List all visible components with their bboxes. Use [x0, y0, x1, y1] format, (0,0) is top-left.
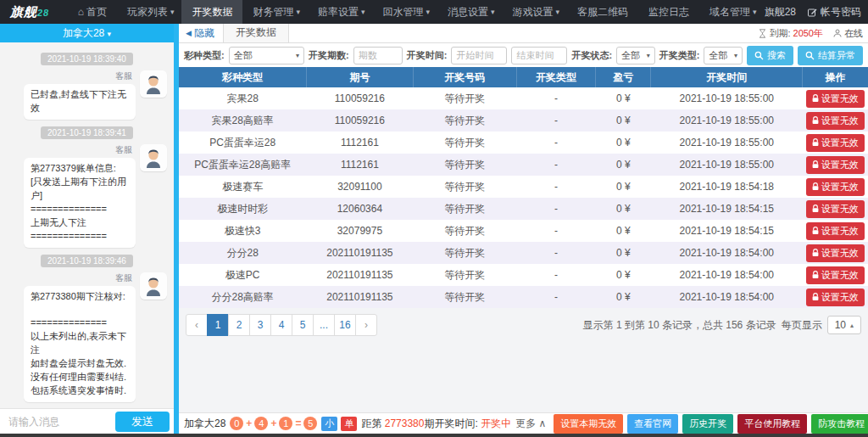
- page-size-select[interactable]: 10 ▴: [827, 316, 861, 334]
- records-summary: 显示第 1 到第 10 条记录，总共 156 条记录 每页显示 10 ▴: [583, 316, 861, 334]
- issue-input[interactable]: [353, 47, 403, 64]
- table-body: 宾果28 110059216 等待开奖 - 0 ¥ 2021-10-19 18:…: [179, 87, 868, 308]
- cell-profit: 0 ¥: [596, 264, 651, 286]
- nav-menu-item[interactable]: ⌂首页: [70, 0, 117, 24]
- nav-menu-item[interactable]: 开奖数据: [181, 0, 242, 24]
- cell-lottery-name: 宾果28高赔率: [179, 109, 306, 132]
- cell-draw-type: -: [516, 286, 595, 308]
- set-invalid-button[interactable]: 设置无效: [806, 134, 865, 152]
- cell-lottery-name: 极速快3: [179, 220, 306, 242]
- lottery-type-label: 彩种类型:: [184, 49, 225, 62]
- chat-sidebar: 加拿大28 ▾ 2021-10-19 18:39:40 客服 已封盘,封盘线下下…: [0, 24, 174, 434]
- set-invalid-button[interactable]: 设置无效: [806, 156, 865, 174]
- table-row: 极速时时彩 12060364 等待开奖 - 0 ¥ 2021-10-19 18:…: [179, 198, 868, 220]
- chevron-down-icon: ▾: [647, 52, 650, 59]
- message-input[interactable]: [0, 416, 115, 428]
- cell-profit: 0 ¥: [596, 220, 651, 242]
- cell-draw-code: 等待开奖: [413, 132, 516, 154]
- plus-sign: +: [246, 417, 252, 429]
- quick-action-button[interactable]: 设置本期无效: [554, 414, 623, 434]
- cell-draw-type: -: [516, 176, 595, 198]
- site-name-link[interactable]: 旗舰28: [765, 5, 796, 20]
- page-button[interactable]: ...: [313, 314, 335, 336]
- page-button[interactable]: 1: [207, 314, 229, 336]
- page-button[interactable]: 16: [334, 314, 356, 336]
- nav-menu-item[interactable]: 回水管理▾: [373, 0, 438, 24]
- lock-icon: [812, 271, 819, 279]
- search-button[interactable]: 搜索: [747, 46, 793, 65]
- hide-sidebar-button[interactable]: ◀ 隐藏: [179, 26, 223, 41]
- nav-menu-item[interactable]: 域名管理▾: [699, 0, 765, 24]
- quick-action-button[interactable]: 查看官网: [627, 414, 678, 434]
- nav-menu: ⌂首页 玩家列表▾ 开奖数据 财务管理▾ 赔率设置▾ 回水管理▾ 消息设置▾ 游…: [70, 0, 765, 24]
- cell-profit: 0 ¥: [596, 154, 651, 176]
- quick-action-button[interactable]: 历史开奖: [682, 414, 733, 434]
- cell-lottery-name: 分分28高赔率: [179, 286, 306, 308]
- issue-label: 开奖期数:: [309, 49, 349, 62]
- settlement-exception-button[interactable]: 结算异常: [798, 46, 863, 65]
- end-time-input[interactable]: [511, 47, 567, 64]
- nav-menu-item[interactable]: 赔率设置▾: [308, 0, 373, 24]
- top-navbar: 旗舰28 ⌂首页 玩家列表▾ 开奖数据 财务管理▾ 赔率设置▾ 回水管理▾ 消息…: [0, 0, 868, 24]
- nav-menu-item[interactable]: 财务管理▾: [242, 0, 308, 24]
- more-toggle[interactable]: 更多 ∧: [515, 417, 546, 431]
- set-invalid-button[interactable]: 设置无效: [806, 289, 865, 306]
- draw-number-ball: 1: [279, 417, 292, 430]
- start-time-input[interactable]: [451, 47, 507, 64]
- search-icon: [754, 51, 764, 60]
- online-indicator[interactable]: 在线: [833, 27, 863, 40]
- set-invalid-button[interactable]: 设置无效: [806, 178, 865, 196]
- tab-draw-data[interactable]: 开奖数据: [223, 24, 289, 42]
- nav-menu-item[interactable]: 玩家列表▾: [117, 0, 182, 24]
- search-icon: [805, 51, 815, 60]
- nav-menu-item[interactable]: 客服二维码: [567, 0, 638, 24]
- cell-draw-code: 等待开奖: [413, 109, 516, 132]
- cell-lottery-name: 极速PC: [179, 264, 306, 286]
- home-icon: ⌂: [78, 6, 84, 18]
- cell-draw-time: 2021-10-19 18:55:00: [651, 87, 803, 109]
- cell-draw-type: -: [516, 220, 595, 242]
- quick-action-button[interactable]: 平台使用教程: [737, 414, 807, 434]
- set-invalid-button[interactable]: 设置无效: [806, 112, 865, 130]
- nav-menu-item[interactable]: 游戏设置▾: [503, 0, 568, 24]
- table-row: 分分28高赔率 202110191135 等待开奖 - 0 ¥ 2021-10-…: [179, 286, 868, 308]
- set-invalid-button[interactable]: 设置无效: [806, 244, 865, 262]
- current-issue-number: 2773380: [385, 417, 425, 429]
- nav-menu-item[interactable]: 监控日志: [638, 0, 699, 24]
- nav-menu-item[interactable]: 消息设置▾: [437, 0, 503, 24]
- tab-bar: ◀ 隐藏 开奖数据 到期: 2050年 在线: [179, 24, 868, 43]
- set-invalid-button[interactable]: 设置无效: [806, 200, 865, 218]
- message-timestamp: 2021-10-19 18:39:40: [41, 53, 133, 65]
- table-row: PC蛋蛋幸运28 1112161 等待开奖 - 0 ¥ 2021-10-19 1…: [179, 132, 868, 154]
- cell-profit: 0 ¥: [596, 176, 651, 198]
- page-button[interactable]: 5: [292, 314, 314, 336]
- chat-message-group: 2021-10-19 18:39:46 客服 第2773380期下注核对: ==…: [5, 255, 169, 403]
- sidebar-divider: [174, 24, 179, 434]
- page-button[interactable]: 2: [228, 314, 250, 336]
- cell-profit: 0 ¥: [596, 132, 651, 154]
- cell-issue-number: 202110191135: [306, 286, 413, 308]
- column-header: 操作: [803, 67, 868, 87]
- draw-status-select[interactable]: 全部▾: [616, 47, 655, 64]
- send-button[interactable]: 发送: [115, 412, 170, 432]
- cell-draw-type: -: [516, 198, 595, 220]
- lottery-type-select[interactable]: 全部▾: [229, 47, 304, 64]
- set-invalid-button[interactable]: 设置无效: [806, 266, 865, 284]
- draw-kind-select[interactable]: 全部▾: [704, 47, 743, 64]
- page-button[interactable]: 3: [249, 314, 271, 336]
- cell-issue-number: 32091100: [306, 176, 413, 198]
- column-header: 期号: [306, 67, 413, 87]
- message-sender: 客服: [115, 272, 132, 284]
- set-invalid-button[interactable]: 设置无效: [806, 222, 865, 240]
- page-button[interactable]: 4: [270, 314, 292, 336]
- chat-room-selector[interactable]: 加拿大28 ▾: [0, 24, 174, 42]
- cell-lottery-name: PC蛋蛋幸运28高赔率: [179, 154, 306, 176]
- account-password-link[interactable]: 帐号密码: [808, 5, 861, 20]
- draw-kind-label: 开奖类型:: [659, 49, 700, 62]
- quick-action-button[interactable]: 防攻击教程: [811, 414, 868, 434]
- chat-message-list: 2021-10-19 18:39:40 客服 已封盘,封盘线下下注无效 2021…: [0, 42, 174, 408]
- page-button[interactable]: ‹: [186, 314, 208, 336]
- page-button[interactable]: ›: [355, 314, 377, 336]
- draw-number-ball: 0: [230, 417, 243, 430]
- set-invalid-button[interactable]: 设置无效: [806, 90, 865, 108]
